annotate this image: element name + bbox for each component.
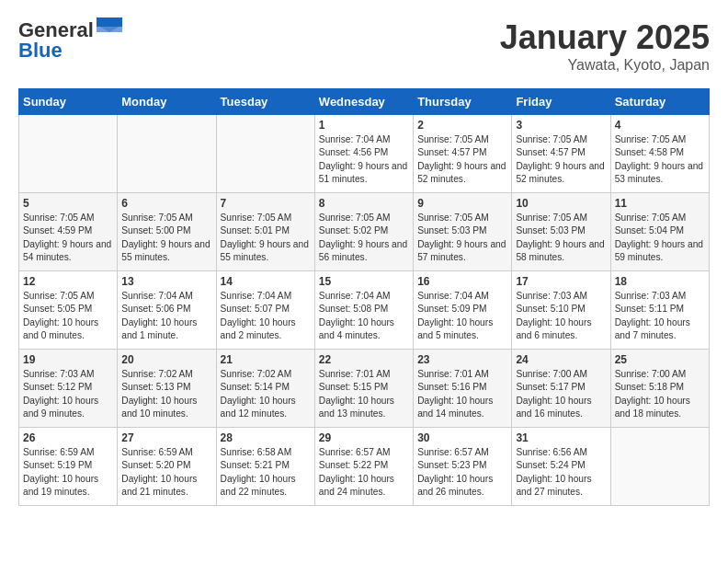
- table-row: 18Sunrise: 7:03 AM Sunset: 5:11 PM Dayli…: [610, 271, 709, 350]
- table-row: 30Sunrise: 6:57 AM Sunset: 5:23 PM Dayli…: [414, 428, 512, 506]
- day-number: 9: [417, 197, 507, 210]
- header-saturday: Saturday: [610, 89, 709, 115]
- cell-content: Sunrise: 7:02 AM Sunset: 5:13 PM Dayligh…: [121, 368, 211, 420]
- location-subtitle: Yawata, Kyoto, Japan: [500, 57, 710, 74]
- cell-content: Sunrise: 6:56 AM Sunset: 5:24 PM Dayligh…: [516, 446, 606, 499]
- table-row: 13Sunrise: 7:04 AM Sunset: 5:06 PM Dayli…: [118, 271, 216, 350]
- cell-content: Sunrise: 7:05 AM Sunset: 4:59 PM Dayligh…: [23, 212, 113, 264]
- cell-content: Sunrise: 7:03 AM Sunset: 5:10 PM Dayligh…: [516, 290, 606, 342]
- cell-content: Sunrise: 7:05 AM Sunset: 5:04 PM Dayligh…: [615, 212, 705, 264]
- table-row: [610, 428, 709, 506]
- table-row: 25Sunrise: 7:00 AM Sunset: 5:18 PM Dayli…: [610, 350, 709, 428]
- cell-content: Sunrise: 6:59 AM Sunset: 5:19 PM Dayligh…: [23, 446, 113, 499]
- month-year-title: January 2025: [500, 18, 710, 57]
- header-sunday: Sunday: [19, 89, 118, 115]
- table-row: 12Sunrise: 7:05 AM Sunset: 5:05 PM Dayli…: [19, 271, 118, 350]
- logo-blue-text: Blue: [18, 39, 63, 63]
- logo-flag-icon: [97, 17, 122, 36]
- table-row: 28Sunrise: 6:58 AM Sunset: 5:21 PM Dayli…: [216, 428, 314, 506]
- day-number: 17: [516, 275, 606, 288]
- title-block: January 2025 Yawata, Kyoto, Japan: [500, 18, 710, 74]
- table-row: 7Sunrise: 7:05 AM Sunset: 5:01 PM Daylig…: [216, 193, 314, 271]
- cell-content: Sunrise: 7:05 AM Sunset: 4:57 PM Dayligh…: [516, 133, 606, 186]
- cell-content: Sunrise: 7:05 AM Sunset: 5:03 PM Dayligh…: [417, 212, 507, 264]
- cell-content: Sunrise: 6:57 AM Sunset: 5:22 PM Dayligh…: [319, 446, 409, 499]
- table-row: [216, 115, 314, 193]
- logo: General Blue: [18, 18, 122, 63]
- cell-content: Sunrise: 6:59 AM Sunset: 5:20 PM Dayligh…: [121, 446, 211, 499]
- header-tuesday: Tuesday: [216, 89, 314, 115]
- day-number: 23: [417, 353, 507, 366]
- header-thursday: Thursday: [414, 89, 512, 115]
- table-row: 31Sunrise: 6:56 AM Sunset: 5:24 PM Dayli…: [512, 428, 610, 506]
- day-number: 29: [319, 431, 409, 444]
- table-row: 4Sunrise: 7:05 AM Sunset: 4:58 PM Daylig…: [610, 115, 709, 193]
- cell-content: Sunrise: 7:03 AM Sunset: 5:11 PM Dayligh…: [615, 290, 705, 342]
- cell-content: Sunrise: 7:01 AM Sunset: 5:16 PM Dayligh…: [417, 368, 507, 420]
- cell-content: Sunrise: 7:05 AM Sunset: 5:00 PM Dayligh…: [121, 212, 211, 264]
- day-number: 11: [615, 197, 705, 210]
- day-number: 10: [516, 197, 606, 210]
- calendar-table: Sunday Monday Tuesday Wednesday Thursday…: [18, 88, 710, 506]
- day-number: 16: [417, 275, 507, 288]
- table-row: 17Sunrise: 7:03 AM Sunset: 5:10 PM Dayli…: [512, 271, 610, 350]
- day-number: 22: [319, 353, 409, 366]
- day-number: 31: [516, 431, 606, 444]
- day-number: 26: [23, 431, 113, 444]
- cell-content: Sunrise: 7:01 AM Sunset: 5:15 PM Dayligh…: [319, 368, 409, 420]
- cell-content: Sunrise: 7:04 AM Sunset: 5:08 PM Dayligh…: [319, 290, 409, 342]
- table-row: 6Sunrise: 7:05 AM Sunset: 5:00 PM Daylig…: [118, 193, 216, 271]
- day-number: 25: [615, 353, 705, 366]
- cell-content: Sunrise: 7:04 AM Sunset: 4:56 PM Dayligh…: [319, 133, 409, 186]
- day-number: 24: [516, 353, 606, 366]
- day-number: 4: [615, 119, 705, 132]
- day-number: 15: [319, 275, 409, 288]
- cell-content: Sunrise: 7:05 AM Sunset: 5:02 PM Dayligh…: [319, 212, 409, 264]
- day-number: 5: [23, 197, 113, 210]
- table-row: 1Sunrise: 7:04 AM Sunset: 4:56 PM Daylig…: [314, 115, 413, 193]
- day-number: 8: [319, 197, 409, 210]
- cell-content: Sunrise: 6:57 AM Sunset: 5:23 PM Dayligh…: [417, 446, 507, 499]
- cell-content: Sunrise: 6:58 AM Sunset: 5:21 PM Dayligh…: [221, 446, 311, 499]
- table-row: 3Sunrise: 7:05 AM Sunset: 4:57 PM Daylig…: [512, 115, 610, 193]
- table-row: 10Sunrise: 7:05 AM Sunset: 5:03 PM Dayli…: [512, 193, 610, 271]
- table-row: [19, 115, 118, 193]
- cell-content: Sunrise: 7:00 AM Sunset: 5:17 PM Dayligh…: [516, 368, 606, 420]
- table-row: [118, 115, 216, 193]
- table-row: 2Sunrise: 7:05 AM Sunset: 4:57 PM Daylig…: [414, 115, 512, 193]
- cell-content: Sunrise: 7:03 AM Sunset: 5:12 PM Dayligh…: [23, 368, 113, 420]
- cell-content: Sunrise: 7:05 AM Sunset: 4:57 PM Dayligh…: [417, 133, 507, 186]
- day-number: 19: [23, 353, 113, 366]
- cell-content: Sunrise: 7:04 AM Sunset: 5:07 PM Dayligh…: [221, 290, 311, 342]
- table-row: 16Sunrise: 7:04 AM Sunset: 5:09 PM Dayli…: [414, 271, 512, 350]
- day-number: 6: [121, 197, 211, 210]
- table-row: 29Sunrise: 6:57 AM Sunset: 5:22 PM Dayli…: [314, 428, 413, 506]
- table-row: 15Sunrise: 7:04 AM Sunset: 5:08 PM Dayli…: [314, 271, 413, 350]
- day-number: 2: [417, 119, 507, 132]
- day-number: 21: [221, 353, 311, 366]
- header-monday: Monday: [118, 89, 216, 115]
- table-row: 21Sunrise: 7:02 AM Sunset: 5:14 PM Dayli…: [216, 350, 314, 428]
- header-wednesday: Wednesday: [314, 89, 413, 115]
- table-row: 5Sunrise: 7:05 AM Sunset: 4:59 PM Daylig…: [19, 193, 118, 271]
- day-number: 14: [221, 275, 311, 288]
- table-row: 23Sunrise: 7:01 AM Sunset: 5:16 PM Dayli…: [414, 350, 512, 428]
- day-number: 3: [516, 119, 606, 132]
- table-row: 9Sunrise: 7:05 AM Sunset: 5:03 PM Daylig…: [414, 193, 512, 271]
- cell-content: Sunrise: 7:04 AM Sunset: 5:06 PM Dayligh…: [121, 290, 211, 342]
- table-row: 11Sunrise: 7:05 AM Sunset: 5:04 PM Dayli…: [610, 193, 709, 271]
- table-row: 8Sunrise: 7:05 AM Sunset: 5:02 PM Daylig…: [314, 193, 413, 271]
- cell-content: Sunrise: 7:05 AM Sunset: 5:01 PM Dayligh…: [221, 212, 311, 264]
- cell-content: Sunrise: 7:05 AM Sunset: 5:03 PM Dayligh…: [516, 212, 606, 264]
- day-number: 13: [121, 275, 211, 288]
- cell-content: Sunrise: 7:05 AM Sunset: 4:58 PM Dayligh…: [615, 133, 705, 186]
- day-number: 18: [615, 275, 705, 288]
- page-header: General Blue January 2025 Yawata, Kyoto,…: [18, 18, 710, 74]
- table-row: 20Sunrise: 7:02 AM Sunset: 5:13 PM Dayli…: [118, 350, 216, 428]
- cell-content: Sunrise: 7:04 AM Sunset: 5:09 PM Dayligh…: [417, 290, 507, 342]
- day-number: 20: [121, 353, 211, 366]
- cell-content: Sunrise: 7:02 AM Sunset: 5:14 PM Dayligh…: [221, 368, 311, 420]
- table-row: 26Sunrise: 6:59 AM Sunset: 5:19 PM Dayli…: [19, 428, 118, 506]
- table-row: 24Sunrise: 7:00 AM Sunset: 5:17 PM Dayli…: [512, 350, 610, 428]
- day-number: 27: [121, 431, 211, 444]
